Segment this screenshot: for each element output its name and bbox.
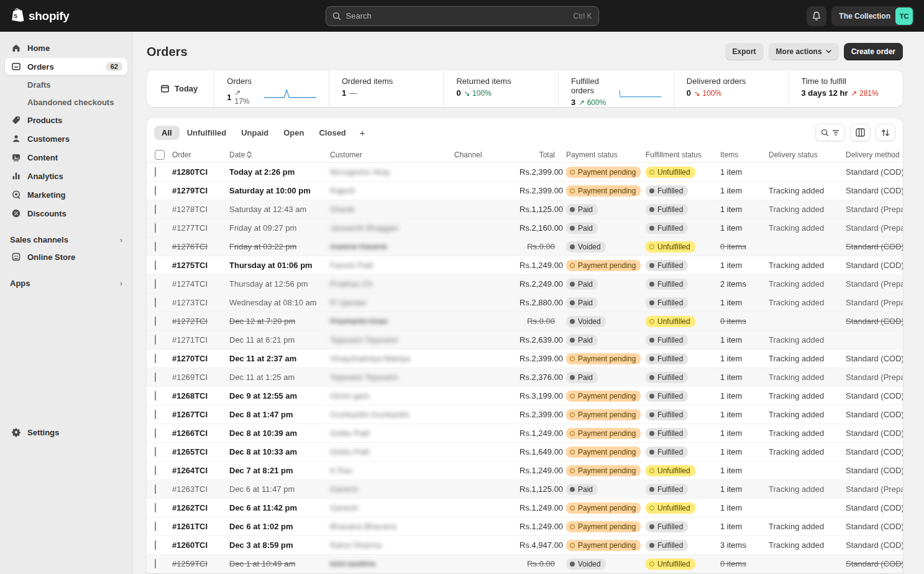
table-row[interactable]: #1268TCI Dec 9 at 12:55 am Girish gare R…	[147, 387, 903, 405]
row-checkbox[interactable]	[155, 242, 156, 251]
search-input[interactable]: Search Ctrl K	[326, 6, 599, 26]
sidebar-item-discounts[interactable]: Discounts	[5, 205, 127, 222]
add-view-button[interactable]: +	[354, 126, 372, 139]
row-checkbox[interactable]	[155, 559, 156, 568]
table-row[interactable]: #1280TCI Today at 2:26 pm Murugeshe Akay…	[147, 163, 903, 182]
sidebar-item-home[interactable]: Home	[5, 39, 127, 57]
order-id-cell[interactable]: #1275TCI	[172, 261, 229, 270]
table-row[interactable]: #1259TCI Dec 1 at 10:49 am binit sasithr…	[147, 555, 903, 573]
table-row[interactable]: #1274TCI Thursday at 12:56 pm Prabhas Ch…	[147, 275, 903, 294]
create-order-button[interactable]: Create order	[844, 43, 903, 60]
order-id-cell[interactable]: #1280TCI	[172, 167, 229, 177]
table-row[interactable]: #1263TCI Dec 6 at 11:47 pm Ganesh Rs.1,1…	[147, 480, 903, 499]
row-checkbox[interactable]	[155, 223, 156, 233]
order-id-cell[interactable]: #1261TCI	[172, 522, 229, 531]
row-checkbox[interactable]	[155, 391, 156, 400]
sidebar-item-online-store[interactable]: Online Store	[5, 248, 127, 266]
order-id-cell[interactable]: #1266TCI	[172, 428, 229, 438]
order-id-cell[interactable]: #1274TCI	[172, 279, 229, 289]
order-id-cell[interactable]: #1259TCI	[172, 559, 229, 568]
row-checkbox[interactable]	[155, 298, 156, 307]
table-row[interactable]: #1267TCI Dec 8 at 1:47 pm Arunkanthi Aru…	[147, 405, 903, 424]
stat-cell[interactable]: Ordered items 1 —	[329, 70, 444, 107]
order-id-cell[interactable]: #1271TCI	[172, 335, 229, 345]
tab-unpaid[interactable]: Unpaid	[234, 126, 276, 140]
tab-open[interactable]: Open	[276, 126, 311, 140]
row-checkbox[interactable]	[155, 354, 156, 363]
row-checkbox[interactable]	[155, 503, 156, 512]
table-row[interactable]: #1264TCI Dec 7 at 8:21 pm K Rao Rs.1,249…	[147, 461, 903, 480]
row-checkbox[interactable]	[155, 447, 156, 456]
order-id-cell[interactable]: #1263TCI	[172, 484, 229, 494]
table-row[interactable]: #1278TCI Saturday at 12:43 am Shenik Rs.…	[147, 200, 903, 219]
order-id-cell[interactable]: #1276TCI	[172, 242, 229, 251]
account-menu[interactable]: The Collection TC	[831, 6, 914, 26]
sidebar-item-content[interactable]: Content	[5, 149, 127, 166]
sidebar-item-marketing[interactable]: Marketing	[5, 186, 127, 203]
shopify-logo[interactable]: S shopify	[10, 7, 147, 24]
row-checkbox[interactable]	[155, 484, 156, 494]
select-all-checkbox[interactable]	[155, 150, 165, 160]
columns-button[interactable]	[850, 124, 871, 141]
table-row[interactable]: #1262TCI Dec 6 at 11:42 pm Ganesh Rs.1,2…	[147, 499, 903, 517]
tab-unfulfilled[interactable]: Unfulfilled	[180, 126, 234, 140]
stat-cell[interactable]: Returned items 0 ↘ 100%	[444, 70, 559, 107]
order-id-cell[interactable]: #1270TCI	[172, 354, 229, 363]
row-checkbox[interactable]	[155, 335, 156, 345]
sidebar-section-apps[interactable]: Apps ›	[5, 274, 127, 292]
table-row[interactable]: #1270TCI Dec 11 at 2:37 am Vinayshaliniy…	[147, 349, 903, 368]
col-date[interactable]: Date	[229, 150, 330, 159]
stat-cell[interactable]: Fulfilled orders 3 ↗ 600%	[559, 70, 674, 107]
sidebar-section-sales-channels[interactable]: Sales channels ›	[5, 231, 127, 248]
order-id-cell[interactable]: #1272TCI	[172, 317, 229, 326]
row-checkbox[interactable]	[155, 205, 156, 214]
sidebar-item-analytics[interactable]: Analytics	[5, 167, 127, 185]
sidebar-item-products[interactable]: Products	[5, 111, 127, 129]
sidebar-item-drafts[interactable]: Drafts	[5, 76, 127, 93]
table-row[interactable]: #1260TCI Dec 3 at 8:59 pm Rahul Sharma R…	[147, 536, 903, 555]
sidebar-item-orders[interactable]: Orders 62	[5, 58, 127, 75]
order-id-cell[interactable]: #1264TCI	[172, 466, 229, 475]
table-row[interactable]: #1269TCI Dec 11 at 1:25 am Tejaswini Tej…	[147, 368, 903, 387]
row-checkbox[interactable]	[155, 167, 156, 177]
row-checkbox[interactable]	[155, 540, 156, 550]
row-checkbox[interactable]	[155, 428, 156, 438]
table-row[interactable]: #1275TCI Thursday at 01:06 pm Faresh Pat…	[147, 256, 903, 275]
tab-all[interactable]: All	[154, 126, 180, 140]
notifications-button[interactable]	[807, 6, 826, 26]
stat-cell[interactable]: Delivered orders 0 ↘ 100%	[674, 70, 789, 107]
sort-button[interactable]	[876, 124, 895, 141]
order-id-cell[interactable]: #1278TCI	[172, 205, 229, 214]
order-id-cell[interactable]: #1268TCI	[172, 391, 229, 400]
stat-cell[interactable]: Time to fulfill 3 days 12 hr ↗ 281%	[789, 70, 903, 107]
order-id-cell[interactable]: #1265TCI	[172, 447, 229, 456]
order-id-cell[interactable]: #1279TCI	[172, 186, 229, 195]
sidebar-item-abandoned-checkouts[interactable]: Abandoned checkouts	[5, 94, 127, 110]
row-checkbox[interactable]	[155, 279, 156, 289]
order-id-cell[interactable]: #1277TCI	[172, 223, 229, 233]
row-checkbox[interactable]	[155, 186, 156, 195]
table-row[interactable]: #1277TCI Friday at 09:27 pm Jaswanth Bha…	[147, 219, 903, 238]
sidebar-item-settings[interactable]: Settings	[5, 424, 127, 441]
row-checkbox[interactable]	[155, 317, 156, 326]
row-checkbox[interactable]	[155, 261, 156, 270]
search-filter-button[interactable]	[815, 124, 845, 141]
table-row[interactable]: #1276TCI Friday at 03:22 pm Aseene Kasen…	[147, 238, 903, 256]
order-id-cell[interactable]: #1273TCI	[172, 298, 229, 307]
date-range-button[interactable]: Today	[147, 70, 214, 107]
tab-closed[interactable]: Closed	[311, 126, 353, 140]
table-row[interactable]: #1271TCI Dec 11 at 6:21 pm Tejaswini Tej…	[147, 331, 903, 349]
order-id-cell[interactable]: #1267TCI	[172, 410, 229, 419]
table-row[interactable]: #1272TCI Dec 12 at 7:20 pm Prashanth Kir…	[147, 312, 903, 331]
sidebar-item-customers[interactable]: Customers	[5, 130, 127, 147]
row-checkbox[interactable]	[155, 466, 156, 475]
table-row[interactable]: #1265TCI Dec 8 at 10:33 am Giddu Patil R…	[147, 443, 903, 461]
order-id-cell[interactable]: #1262TCI	[172, 503, 229, 512]
order-id-cell[interactable]: #1269TCI	[172, 373, 229, 382]
order-id-cell[interactable]: #1260TCI	[172, 540, 229, 550]
more-actions-button[interactable]: More actions	[769, 43, 839, 60]
stat-cell[interactable]: Orders 1 ↗ 17%	[214, 70, 329, 107]
row-checkbox[interactable]	[155, 373, 156, 382]
table-row[interactable]: #1261TCI Dec 6 at 1:02 pm Bhavana Bhavan…	[147, 517, 903, 536]
row-checkbox[interactable]	[155, 410, 156, 419]
